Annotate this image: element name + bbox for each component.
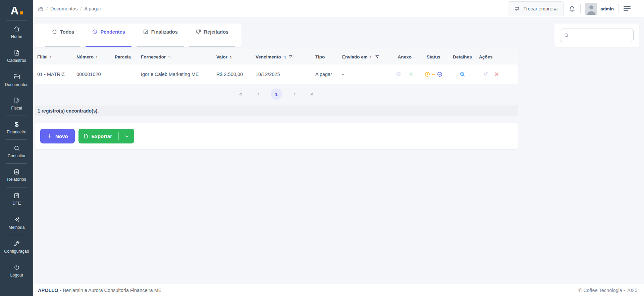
sidebar-item-label: Configuração (4, 249, 29, 254)
pagination-last-button[interactable]: » (307, 91, 317, 97)
tab-todos[interactable]: Todos (45, 24, 80, 47)
app-logo[interactable]: A (0, 0, 33, 20)
user-menu[interactable]: admin (585, 3, 614, 15)
file-icon (83, 133, 89, 139)
sidebar-item-consultar[interactable]: Consultar (0, 139, 33, 163)
sidebar-item-logout[interactable]: Logout (0, 259, 33, 283)
cell-detalhes (448, 65, 476, 84)
sidebar-item-financeiro[interactable]: $ Financeiro (0, 116, 33, 139)
export-button[interactable]: Exportar (78, 129, 135, 143)
clock-icon (92, 29, 98, 35)
breadcrumb-item-documentos[interactable]: Documentos (50, 6, 77, 11)
col-enviado-em[interactable]: Enviado em↑↓ (339, 49, 391, 65)
tab-finalizados[interactable]: Finalizados (137, 24, 184, 47)
notifications-button[interactable] (569, 5, 576, 12)
col-numero[interactable]: Número↑↓ (74, 49, 112, 65)
switch-company-button[interactable]: Trocar empresa (508, 1, 564, 16)
sidebar-item-label: Cadastros (7, 58, 26, 63)
sidebar-item-dfe[interactable]: DFE (0, 187, 33, 211)
view-attachment-button (395, 71, 402, 77)
pagination-next-button[interactable]: › (289, 91, 300, 97)
sidebar-item-melhoria[interactable]: Melhoria (0, 211, 33, 235)
new-button-label: Novo (55, 133, 68, 139)
sort-icon[interactable]: ↑↓ (96, 55, 99, 59)
search-input[interactable] (572, 33, 630, 38)
sidebar-item-documentos[interactable]: Documentos (0, 68, 33, 92)
tab-label: Pendentes (100, 29, 125, 35)
sort-icon[interactable]: ↑↓ (283, 55, 286, 59)
breadcrumb-item-a-pagar: A pagar (84, 6, 101, 11)
footer-company: - Benjamin e Aurora Consultoria Financei… (60, 288, 161, 293)
divider (580, 4, 581, 13)
tab-pendentes[interactable]: Pendentes (86, 24, 131, 47)
plus-icon (47, 133, 52, 139)
paper-plane-icon (482, 71, 488, 77)
col-valor[interactable]: Valor↑↓ (214, 49, 253, 65)
tab-rejeitados[interactable]: Rejeitados (189, 24, 235, 47)
divider (619, 4, 619, 13)
filter-icon[interactable] (375, 55, 379, 59)
col-fornecedor[interactable]: Fornecedor↑↓ (138, 49, 214, 65)
search-icon (13, 145, 20, 152)
eye-icon (395, 71, 402, 77)
file-plus-icon (13, 49, 20, 56)
pagination-prev-button[interactable]: ‹ (253, 91, 263, 97)
actions-card: Novo Exportar (35, 123, 518, 150)
cell-filial: 01 - MATRIZ (35, 65, 74, 84)
tabs-bar: Todos Pendentes Finalizados (35, 24, 241, 47)
export-button-label: Exportar (92, 133, 112, 139)
delete-button[interactable] (494, 71, 499, 77)
sort-icon[interactable]: ↑↓ (168, 55, 171, 59)
sidebar-item-home[interactable]: Home (0, 20, 33, 44)
footer-copyright: © Coffee Tecnologia - 2025 (579, 288, 637, 293)
tab-label: Todos (60, 29, 74, 35)
new-button[interactable]: Novo (40, 129, 75, 143)
search-icon (564, 33, 569, 38)
col-filial[interactable]: Filial↑↓ (35, 49, 74, 65)
cell-anexo (391, 65, 419, 84)
cell-valor: R$ 2.500,00 (214, 65, 253, 84)
breadcrumb-separator: / (46, 6, 48, 11)
hamburger-menu-icon[interactable] (624, 6, 631, 11)
book-icon (13, 193, 20, 199)
sidebar-item-fiscal[interactable]: Fiscal (0, 92, 33, 116)
table-row: 01 - MATRIZ 000001020 Igor e Caleb Marke… (35, 65, 518, 84)
pagination-page-1[interactable]: 1 (271, 88, 282, 100)
cell-enviado-em: - (339, 65, 391, 84)
col-vencimento[interactable]: Vencimento↑↓ (253, 49, 313, 65)
content-area: Todos Pendentes Finalizados (33, 18, 644, 284)
sidebar-item-cadastros[interactable]: Cadastros (0, 44, 33, 68)
search-card (554, 24, 639, 47)
file-edit-icon (13, 97, 20, 104)
folder-open-icon[interactable] (37, 6, 44, 12)
filter-icon[interactable] (288, 55, 293, 59)
username: admin (600, 6, 614, 11)
status-dots-separator (432, 74, 435, 75)
add-attachment-button[interactable] (408, 71, 414, 77)
records-summary: 1 registro(s) encontrado(s). (35, 105, 518, 116)
avatar (585, 3, 597, 15)
switch-company-label: Trocar empresa (523, 6, 557, 11)
sort-icon[interactable]: ↑↓ (229, 55, 233, 59)
sidebar-item-label: Melhoria (9, 225, 25, 230)
sidebar-item-label: DFE (12, 201, 21, 206)
pagination-first-button[interactable]: « (236, 91, 246, 97)
sort-icon[interactable]: ↑↓ (50, 55, 53, 59)
details-button[interactable] (459, 71, 466, 77)
footer-brand: APOLLO (38, 288, 58, 293)
folder-open-icon (13, 73, 20, 80)
person-icon (585, 3, 597, 15)
col-acoes: Ações (476, 49, 518, 65)
cell-fornecedor: Igor e Caleb Marketing ME (138, 65, 214, 84)
sidebar-item-relatorios[interactable]: Relatórios (0, 163, 33, 187)
power-icon (13, 264, 20, 271)
chevron-down-icon[interactable] (124, 134, 129, 139)
sidebar-item-label: Consultar (8, 154, 26, 158)
documents-table: Filial↑↓ Número↑↓ Parcela Fornecedor↑↓ V… (35, 49, 518, 84)
col-status: Status (419, 49, 448, 65)
col-detalhes: Detalhes (448, 49, 476, 65)
sidebar-item-configuracao[interactable]: Configuração (0, 235, 33, 259)
divider (118, 132, 119, 140)
sort-icon[interactable]: ↑↓ (370, 55, 373, 59)
check-square-icon (143, 29, 149, 35)
